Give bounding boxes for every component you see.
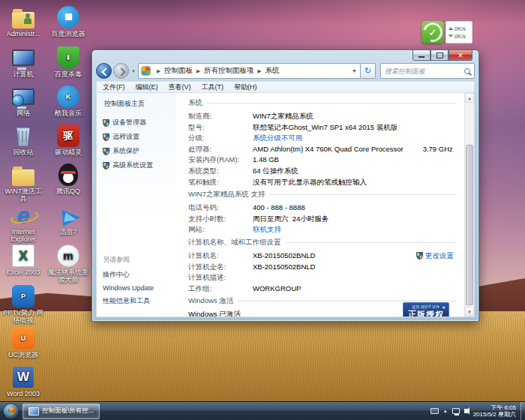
close-button[interactable]: ✕ [448,50,472,61]
scrollbar-thumb[interactable] [466,145,473,305]
breadcrumb-separator-icon: ▶ [196,68,200,74]
desktop-icon-kuwo-music[interactable]: K 酷我音乐 [46,84,90,117]
search-box[interactable] [380,63,475,79]
clock-time: 下午 6:05 [473,404,516,411]
show-desktop-button[interactable] [520,402,525,420]
recent-pages-dropdown[interactable]: ▼ [131,69,136,74]
desktop-icon-tencent-qq[interactable]: 腾讯QQ [46,162,90,195]
genuine-software-badge[interactable]: ✦ 使用 微软® 软件 正版授权 安全 稳定 声誉 [403,302,449,316]
desktop-icon-excel-2003[interactable]: X Excel 2003 [2,243,45,276]
menu-file[interactable]: 文件(F) [103,82,125,92]
system-control-panel-window: ✕ ▼ ▶ 控制面板 ▶ 所有控制面板项 ▶ 系统 ▼ ↻ [92,50,479,322]
sidebar-item-label: 设备管理器 [112,118,146,128]
back-button[interactable] [96,63,112,79]
input-method-icon[interactable] [430,408,439,414]
desktop-icon-uc-browser[interactable]: U UC浏览器 [2,326,45,358]
back-arrow-icon [101,68,110,76]
desktop-icon-administrator[interactable]: Administr... [2,4,45,38]
menu-edit[interactable]: 编辑(E) [136,82,158,92]
info-row-manufacturer: 制造商:WIN7之家精品系统 [188,111,457,122]
folder-icon [12,12,34,28]
control-panel-window-icon [28,407,39,416]
desktop-icon-baidu-browser[interactable]: 百度浏览器 [46,4,90,38]
close-icon: ✕ [458,52,464,59]
folder-icon [12,170,34,186]
desktop-icon-pptv[interactable]: P PPTV聚力 网络电视 [2,284,45,324]
sidebar-item-label: 系统保护 [112,146,140,156]
info-row-workgroup: 工作组:WORKGROUP [188,284,457,295]
address-bar[interactable]: ▶ 控制面板 ▶ 所有控制面板项 ▶ 系统 ▼ [138,63,361,79]
rating-unavailable-link[interactable]: 系统分级不可用 [253,133,303,144]
volume-tray-icon[interactable] [464,409,467,413]
windows-activation-section: Windows 激活 Windows 已激活 产品 ID: 00426-OEM-… [188,296,457,316]
menu-view[interactable]: 查看(V) [169,82,191,92]
security-check-widget[interactable]: ✓ [422,21,444,44]
sidebar-item-advanced-settings[interactable]: 高级系统设置 [103,160,176,170]
info-row-pen-touch: 笔和触摸:没有可用于此显示器的笔或触控输入 [188,177,457,188]
minimize-icon [418,56,424,58]
sidebar-item-control-panel-home[interactable]: 控制面板主页 [104,99,176,109]
desktop-icon-driver-genius[interactable]: 驱 驱动精灵 [46,123,90,156]
icon-label: Internet Explorer [2,228,45,243]
sidebar-item-performance-tools[interactable]: 性能信息和工具 [103,296,176,306]
search-input[interactable] [383,67,464,76]
show-hidden-icons-button[interactable]: ▲ [443,409,448,413]
desktop: Administr... 计算机 网络 回收站 WIN7激活工具 e Inter… [0,0,525,420]
network-tray-icon[interactable] [452,408,460,415]
info-row-full-name: 计算机全名:XB-20150502BNLD [188,262,457,273]
info-row-system-type: 系统类型:64 位操作系统 [188,166,457,177]
uac-shield-icon [103,119,110,127]
breadcrumb-separator-icon: ▶ [157,68,160,74]
desktop-icon-computer[interactable]: 计算机 [2,45,45,78]
sidebar-item-remote-settings[interactable]: 远程设置 [103,132,176,142]
breadcrumb-control-panel[interactable]: 控制面板 [164,66,193,76]
desktop-icon-network[interactable]: 网络 [2,84,45,117]
sidebar-item-system-protection[interactable]: 系统保护 [103,146,176,156]
sidebar-item-action-center[interactable]: 操作中心 [103,270,176,280]
menu-help[interactable]: 帮助(H) [234,82,257,92]
desktop-icon-recycle-bin[interactable]: 回收站 [2,123,45,156]
sidebar-item-device-manager[interactable]: 设备管理器 [103,118,176,128]
vertical-scrollbar[interactable]: ▲ ▼ [464,93,474,316]
navigation-bar: ▼ ▶ 控制面板 ▶ 所有控制面板项 ▶ 系统 ▼ ↻ [96,62,475,80]
online-support-link[interactable]: 联机支持 [253,224,281,236]
network-speed-widget[interactable]: 0K/s 0K/s [446,21,472,44]
breadcrumb-all-items[interactable]: 所有控制面板项 [204,66,254,76]
user-icon [24,14,32,24]
desktop-icon-thunder7[interactable]: 迅雷7 [46,202,90,236]
network-icon [12,88,34,105]
icon-label: 计算机 [2,70,45,78]
taskbar-app-control-panel[interactable]: 控制面板\所有控... [22,404,100,419]
icon-label: 腾讯QQ [46,188,90,195]
scrollbar-track[interactable] [465,103,474,307]
forward-button[interactable] [113,63,129,79]
change-settings-link[interactable]: 更改设置 [416,250,454,262]
clock-date: 2015/5/2 星期六 [473,411,516,418]
minimize-button[interactable] [412,50,430,61]
icon-label: 网络 [2,110,45,117]
start-button[interactable] [4,404,18,418]
menu-tools[interactable]: 工具(T) [202,82,224,92]
breadcrumb-system[interactable]: 系统 [265,66,279,76]
info-row-computer-name: 计算机名:XB-20150502BNLD 更改设置 [188,250,457,262]
desktop-icon-win7-activator[interactable]: WIN7激活工具 [2,162,45,202]
sidebar-item-label: 远程设置 [112,132,140,142]
control-panel-icon [142,67,150,75]
maximize-button[interactable] [430,50,448,61]
desktop-icon-baidu-antivirus[interactable]: ⬇ 百度杀毒 [46,45,90,78]
excel-icon: X [12,244,34,267]
address-dropdown-icon[interactable]: ▼ [352,68,357,74]
desktop-icon-mofazhu[interactable]: m 魔法猪系统重装大师 [46,243,90,284]
info-row-phone: 电话号码:400 - 888 - 8888 [188,202,457,214]
scroll-down-arrow[interactable]: ▼ [465,307,474,316]
section-header-support: WIN7之家精品系统 支持 [188,190,457,200]
scroll-up-arrow[interactable]: ▲ [465,93,474,103]
desktop-icon-internet-explorer[interactable]: e Internet Explorer [2,202,45,243]
refresh-button[interactable]: ↻ [361,63,376,79]
desktop-icon-word-2003[interactable]: W Word 2003 [2,364,45,398]
upload-arrow-icon [448,27,453,30]
uac-shield-icon [416,252,423,260]
tray-clock[interactable]: 下午 6:05 2015/5/2 星期六 [473,404,519,418]
recycle-bin-icon [16,128,31,146]
sidebar-item-windows-update[interactable]: Windows Update [103,284,176,292]
